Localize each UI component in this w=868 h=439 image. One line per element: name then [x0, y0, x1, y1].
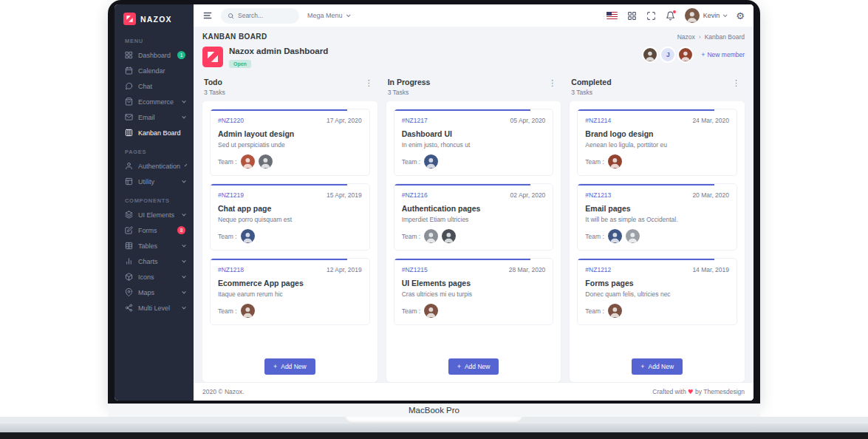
task-card[interactable]: #NZ121602 Apr, 2020Authentication pagesI…	[394, 183, 554, 251]
language-flag-button[interactable]	[606, 12, 618, 19]
multi-level-icon	[125, 304, 133, 312]
breadcrumb-parent[interactable]: Nazox	[677, 33, 695, 41]
sidebar-item-authentication[interactable]: Authentication	[115, 158, 194, 174]
task-team: Team :	[585, 304, 729, 318]
task-card[interactable]: #NZ121214 Mar, 2019Forms pagesDonec quam…	[577, 258, 737, 325]
sidebar-item-dashboard[interactable]: Dashboard1	[115, 47, 194, 63]
team-avatars: J + New member	[642, 47, 745, 63]
breadcrumb-current: Kanban Board	[705, 33, 745, 41]
avatar	[442, 229, 456, 243]
search-input[interactable]	[238, 12, 293, 19]
task-description: In enim justo, rhoncus ut	[402, 141, 546, 149]
email-icon	[125, 113, 133, 121]
macbook-mockup: NAZOX MENUDashboard1CalendarChatEcommerc…	[0, 0, 868, 439]
task-title: Brand logo design	[585, 129, 729, 138]
apps-grid-button[interactable]	[627, 11, 637, 21]
sidebar-item-charts[interactable]: Charts	[115, 253, 194, 269]
task-description: Aenean leo ligula, porttitor eu	[585, 141, 729, 149]
macbook-base-bottom	[0, 432, 868, 439]
topbar: Mega Menu	[194, 4, 753, 27]
column-menu-button[interactable]: ⋮	[729, 78, 743, 89]
project-name: Nazox admin Dashboard	[229, 47, 328, 55]
task-id-link[interactable]: #NZ1216	[402, 191, 428, 199]
footer-credit: Crafted with ♥ by Themesdesign	[652, 388, 745, 395]
search-box[interactable]	[221, 8, 299, 24]
task-id-link[interactable]: #NZ1215	[402, 266, 428, 273]
fullscreen-button[interactable]	[646, 11, 656, 21]
chevron-down-icon	[182, 289, 186, 293]
avatar	[642, 47, 658, 63]
page-content: KANBAN BOARD Nazox › Kanban Board	[194, 27, 753, 382]
task-title: Forms pages	[585, 279, 729, 287]
us-flag-icon	[606, 12, 618, 19]
mega-menu-button[interactable]: Mega Menu	[307, 12, 349, 19]
task-id-link[interactable]: #NZ1218	[218, 266, 244, 273]
settings-button[interactable]: ⚙	[736, 11, 745, 21]
team-label: Team :	[585, 158, 604, 166]
task-id-link[interactable]: #NZ1214	[585, 117, 611, 124]
chevron-down-icon	[182, 98, 186, 103]
avatar-group: J	[642, 47, 694, 63]
column-title: Todo	[204, 78, 225, 86]
sidebar-item-forms[interactable]: Forms8	[115, 222, 194, 238]
sidebar-section-label: PAGES	[125, 149, 183, 155]
column-title: In Progress	[388, 78, 431, 86]
notifications-button[interactable]	[666, 11, 675, 21]
task-id-link[interactable]: #NZ1220	[218, 117, 244, 124]
column-task-count: 3 Tasks	[571, 89, 611, 96]
menu-toggle-button[interactable]	[202, 10, 213, 21]
sidebar-item-chat[interactable]: Chat	[115, 78, 194, 94]
task-card[interactable]: #NZ121915 Apr, 2019Chat app pageNeque po…	[210, 183, 370, 251]
breadcrumb: Nazox › Kanban Board	[677, 33, 745, 41]
fullscreen-icon	[646, 11, 656, 21]
tables-icon	[125, 242, 133, 250]
task-id-link[interactable]: #NZ1217	[402, 117, 428, 124]
column-title: Completed	[571, 78, 611, 86]
sidebar-item-multi-level[interactable]: Multi Level	[115, 300, 194, 316]
task-id-link[interactable]: #NZ1219	[218, 191, 244, 199]
main-area: Mega Menu	[194, 4, 753, 401]
task-description: Itaque earum rerum hic	[218, 290, 362, 298]
new-member-link[interactable]: + New member	[701, 51, 745, 58]
ui-elements-icon	[125, 211, 133, 219]
sidebar-item-tables[interactable]: Tables	[115, 238, 194, 253]
task-team: Team :	[585, 229, 729, 243]
sidebar-badge: 8	[177, 226, 185, 234]
brand[interactable]: NAZOX	[115, 4, 194, 30]
utility-icon	[125, 177, 133, 186]
column-header: Completed3 Tasks⋮	[570, 76, 745, 96]
kanban-icon	[125, 129, 133, 137]
sidebar-item-calendar[interactable]: Calendar	[115, 63, 194, 78]
sidebar-item-ecommerce[interactable]: Ecommerce	[115, 94, 194, 109]
add-new-button[interactable]: +Add New	[632, 358, 683, 375]
avatar	[608, 154, 622, 169]
chat-icon	[125, 82, 133, 90]
team-label: Team :	[402, 233, 421, 240]
task-id-link[interactable]: #NZ1212	[585, 266, 611, 273]
sidebar-item-utility[interactable]: Utility	[115, 174, 194, 189]
add-new-button[interactable]: +Add New	[448, 358, 499, 375]
column-menu-button[interactable]: ⋮	[362, 78, 376, 89]
column-menu-button[interactable]: ⋮	[545, 78, 559, 89]
sidebar-item-ui-elements[interactable]: UI Elements	[115, 207, 194, 222]
task-card[interactable]: #NZ121528 Mar, 2020UI Elements pagesCras…	[394, 258, 554, 325]
sidebar-item-icons[interactable]: Icons	[115, 269, 194, 285]
task-id-link[interactable]: #NZ1213	[585, 191, 611, 199]
sidebar-item-email[interactable]: Email	[115, 109, 194, 125]
task-card[interactable]: #NZ122017 Apr, 2020Admin layout designSe…	[210, 109, 370, 176]
heart-icon: ♥	[688, 388, 694, 395]
task-card[interactable]: #NZ121812 Apr, 2019Ecommerce App pagesIt…	[210, 258, 370, 325]
column-body: #NZ121705 Apr, 2020Dashboard UIIn enim j…	[386, 101, 561, 382]
user-menu-button[interactable]: Kevin	[685, 8, 727, 23]
task-card[interactable]: #NZ121424 Mar, 2020Brand logo designAene…	[577, 109, 737, 176]
add-new-button[interactable]: +Add New	[264, 358, 315, 375]
chevron-down-icon	[723, 13, 728, 17]
avatar	[626, 229, 640, 243]
sidebar-item-maps[interactable]: Maps	[115, 285, 194, 300]
sidebar-item-kanban-board[interactable]: Kanban Board	[115, 125, 194, 140]
task-card[interactable]: #NZ121705 Apr, 2020Dashboard UIIn enim j…	[394, 109, 554, 176]
task-team: Team :	[218, 229, 362, 243]
task-card[interactable]: #NZ121320 Mar, 2020Email pagesIt will be…	[577, 183, 737, 251]
sidebar-section-label: MENU	[125, 38, 183, 44]
task-date: 28 Mar, 2020	[509, 266, 546, 273]
